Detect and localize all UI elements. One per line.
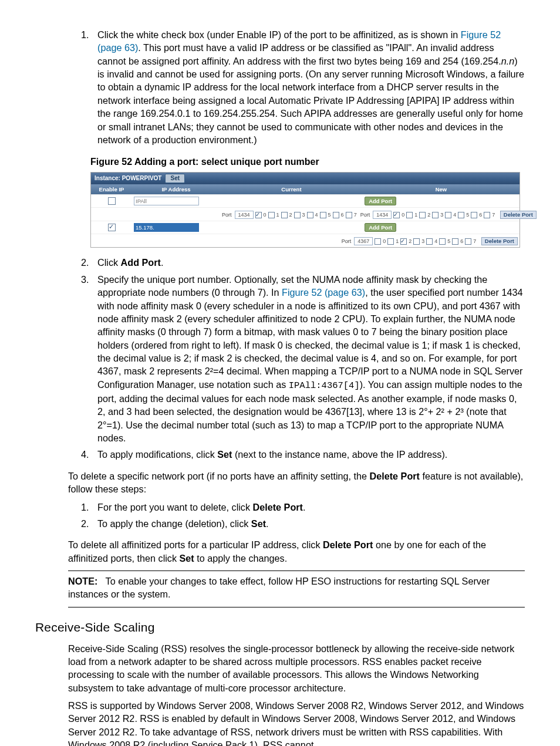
step1-text-b: . This port must have a valid IP address… [97,42,501,66]
rss-para-1: Receive-Side Scaling (RSS) resolves the … [68,642,525,694]
ip-field-1[interactable]: IPAll [134,197,199,205]
port-cur-1: 1434 [235,211,254,219]
enable-ip-checkbox-1[interactable] [108,197,116,205]
delete-all-para: To delete all affinitized ports for a pa… [68,538,525,565]
add-port-label: Add Port [121,257,161,268]
delete-port-button-2[interactable]: Delete Port [481,237,518,245]
figure-52-image: Instance: POWERPIVOT Set Enable IP IP Ad… [90,172,525,248]
mask-new1-4[interactable] [445,212,451,218]
mask-new1-7[interactable] [484,212,490,218]
note-block: NOTE: To enable your changes to take eff… [68,575,525,601]
note-label: NOTE: [68,576,97,586]
mask-new2-4[interactable] [426,238,433,245]
mask-new2-5[interactable] [439,238,446,245]
ipall-code: IPAll:4367[4] [289,380,360,391]
heading-rss: Receive-Side Scaling [35,619,525,636]
figure-caption: Figure 52 Adding a port: select unique p… [90,156,525,168]
mask-new1-5[interactable] [458,212,464,218]
delete-intro-para: To delete a specific network port (if no… [68,470,525,496]
hdr-current: Current [220,184,363,194]
set-label: Set [217,449,232,460]
mask-new2-0[interactable] [375,238,381,245]
delete-step-1: For the port you want to delete, click D… [92,501,525,514]
mask-cur-5 [320,212,326,218]
rss-para-2: RSS is supported by Windows Server 2008,… [68,699,525,746]
mask-cur-0 [255,212,262,218]
port-label-new2: Port [342,238,352,245]
step-2: Click Add Port. [92,256,525,269]
note-separator-bottom [68,607,525,607]
mask-new1-3[interactable] [432,212,438,218]
add-port-button-1[interactable]: Add Port [365,197,396,205]
port-new-2[interactable]: 4367 [354,237,373,245]
mask-new2-6[interactable] [452,238,458,245]
note-text: To enable your changes to take effect, f… [68,576,490,599]
enable-ip-checkbox-2[interactable] [108,224,116,231]
hdr-enable-ip: Enable IP [91,184,132,194]
port-new-1[interactable]: 1434 [373,211,392,219]
step1-text-a: Click the white check box (under Enable … [97,29,461,40]
mask-new1-2[interactable] [419,212,426,218]
hdr-new: New [363,184,519,194]
mask-new2-7[interactable] [465,238,471,245]
instance-label: Instance: POWERPIVOT [95,174,161,183]
mask-cur-6 [333,212,339,218]
port-label-new1: Port [360,211,370,218]
step-3: Specify the unique port number. Optional… [92,273,525,445]
delete-port-button-1[interactable]: Delete Port [500,211,537,219]
mask-new1-0[interactable] [393,212,400,218]
add-port-button-2[interactable]: Add Port [365,223,396,232]
note-separator-top [68,571,525,571]
set-button[interactable]: Set [165,174,185,183]
mask-new1-6[interactable] [471,212,477,218]
step-1: Click the white check box (under Enable … [92,28,525,146]
mask-new1-1[interactable] [406,212,413,218]
mask-cur-3 [294,212,301,218]
mask-new2-2[interactable] [400,238,407,245]
mask-cur-4 [307,212,313,218]
delete-step-2: To apply the change (deletion), click Se… [92,517,525,530]
port-label-cur: Port [222,211,232,218]
ip-field-2[interactable]: 15.178. [134,223,199,232]
hdr-ip-address: IP Address [132,184,220,194]
step1-text-c: ) is invalid and cannot be used for assi… [97,56,524,145]
step1-italic: n.n [501,56,515,66]
mask-cur-1 [268,212,275,218]
mask-new2-3[interactable] [413,238,420,245]
mask-cur-7 [346,212,352,218]
figure-link-2[interactable]: Figure 52 (page 63) [282,287,365,298]
mask-cur-2 [281,212,288,218]
mask-new2-1[interactable] [387,238,394,245]
step-4: To apply modifications, click Set (next … [92,448,525,461]
